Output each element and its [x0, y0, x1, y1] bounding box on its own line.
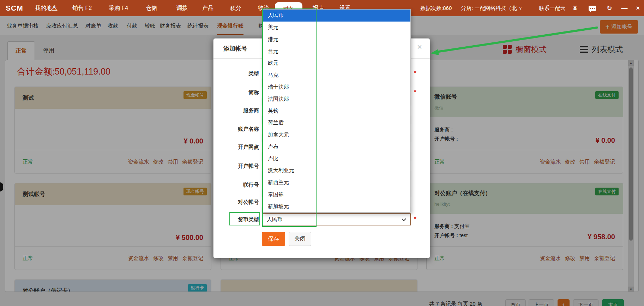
required-mark: *	[414, 216, 416, 223]
nav-item-sales[interactable]: 销售 F2	[72, 0, 92, 16]
nav-item-my-zone[interactable]: 我的地盘	[35, 0, 58, 16]
dropdown-option[interactable]: 英镑	[263, 105, 410, 117]
contact-link[interactable]: 联系一配云	[539, 5, 565, 12]
app-logo: SCM	[6, 0, 23, 16]
nav-item-allocate[interactable]: 调拨	[176, 0, 188, 16]
field-label: 联行号	[221, 179, 259, 191]
app-window: 业务单据审核 应收应付汇总 对账单 收款 付款 转账 财务报表 统计报表 现金银…	[0, 0, 644, 306]
currency-type-label: 货币类型	[221, 213, 259, 225]
dialog-close-icon[interactable]: ×	[417, 42, 422, 52]
chevron-down-icon	[402, 217, 406, 221]
currency-icon[interactable]: ¥	[573, 5, 577, 12]
required-mark: *	[414, 70, 416, 77]
nav-item-points[interactable]: 积分	[230, 0, 241, 16]
currency-select[interactable]: 人民币	[262, 213, 411, 225]
currency-dropdown-list: 人民币 美元 港元 台元 欧元 马克 瑞士法郎 法国法郎 英镑 荷兰盾 加拿大元…	[263, 9, 411, 213]
field-label: 开户帐号	[221, 160, 259, 172]
dropdown-option[interactable]: 荷兰盾	[263, 117, 410, 129]
dropdown-option[interactable]: 法国法郎	[263, 93, 410, 105]
field-label: 服务商	[221, 105, 259, 117]
dropdown-option-selected[interactable]: 人民币	[263, 10, 410, 22]
field-label: 账户名称	[221, 123, 259, 135]
dropdown-option[interactable]: 新西兰元	[263, 177, 410, 189]
currency-selected-value: 人民币	[267, 216, 283, 222]
dropdown-option[interactable]: 瑞士法郎	[263, 81, 410, 93]
minimize-icon[interactable]: —	[621, 5, 627, 12]
dropdown-option[interactable]: 卢布	[263, 141, 410, 153]
refresh-icon[interactable]: ↻	[607, 4, 612, 12]
field-label: 简称	[221, 87, 259, 99]
dropdown-option[interactable]: 台元	[263, 45, 410, 57]
dropdown-option[interactable]: 加拿大元	[263, 129, 410, 141]
save-button[interactable]: 保存	[262, 232, 285, 246]
close-window-icon[interactable]: ×	[636, 5, 640, 12]
dropdown-option[interactable]: 马克	[263, 69, 410, 81]
dropdown-option[interactable]: 港元	[263, 34, 410, 46]
nav-item-product[interactable]: 产品	[202, 0, 213, 16]
chat-icon[interactable]	[589, 6, 596, 11]
nav-item-purchase[interactable]: 采购 F4	[109, 0, 128, 16]
dropdown-option[interactable]: 欧元	[263, 57, 410, 69]
dropdown-option[interactable]: 美元	[263, 22, 410, 34]
branch-selector[interactable]: 分店: 一配网络科技（北	[461, 5, 517, 12]
field-label: 对公帐号	[221, 196, 259, 208]
field-label: 开户网点	[221, 141, 259, 153]
dropdown-option[interactable]: 卢比	[263, 153, 410, 165]
dialog-title: 添加帐号	[223, 39, 247, 59]
nav-item-warehouse[interactable]: 仓储	[146, 0, 157, 16]
chevron-down-icon[interactable]: ∨	[519, 6, 522, 11]
dropdown-option[interactable]: 新加坡元	[263, 200, 410, 212]
data-count-label: 数据次数:860	[420, 5, 452, 12]
required-mark: *	[414, 89, 416, 96]
dropdown-option[interactable]: 泰国铢	[263, 188, 410, 200]
close-button[interactable]: 关闭	[289, 232, 311, 246]
form-row-currency-type: 货币类型 人民币 *	[213, 213, 430, 225]
dropdown-option[interactable]: 澳大利亚元	[263, 165, 410, 177]
field-label: 类型	[221, 67, 259, 80]
